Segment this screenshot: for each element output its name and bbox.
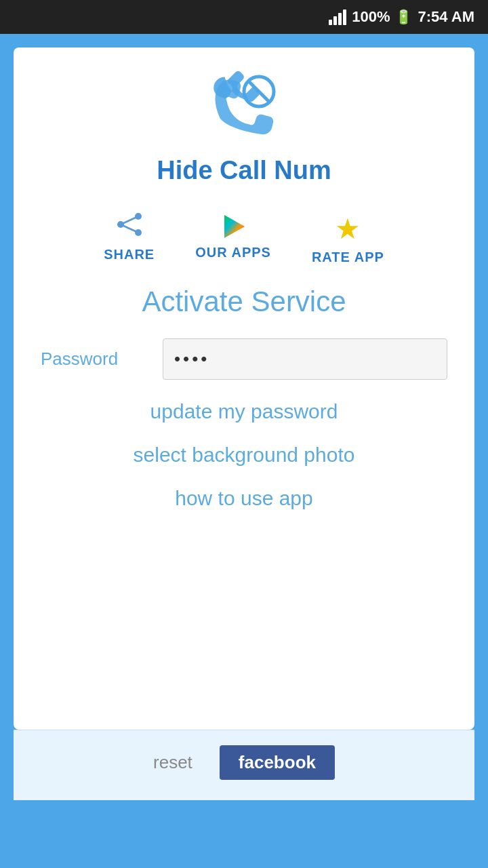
svg-marker-7 [224, 215, 245, 238]
status-bar: 100% 🔋 7:54 AM [0, 0, 488, 34]
app-title: Hide Call Num [157, 156, 331, 185]
battery-icon: 🔋 [395, 9, 412, 25]
section-title: Activate Service [142, 285, 346, 318]
play-store-icon [219, 212, 247, 241]
our-apps-button[interactable]: OUR APPS [195, 212, 271, 265]
update-password-link[interactable]: update my password [150, 400, 338, 423]
main-card: Hide Call Num SHARE [14, 47, 474, 730]
rate-app-label: RATE APP [312, 250, 384, 265]
actions-row: SHARE OUR APPS [104, 212, 384, 265]
password-row: Password [27, 338, 461, 380]
share-label: SHARE [104, 247, 155, 262]
share-button[interactable]: SHARE [104, 212, 155, 265]
battery-level: 100% [352, 8, 390, 26]
rate-app-button[interactable]: ★ RATE APP [312, 212, 384, 265]
svg-line-5 [121, 216, 138, 224]
password-input[interactable] [163, 338, 447, 380]
bottom-spacer [0, 814, 488, 868]
svg-line-6 [121, 224, 138, 233]
app-logo-icon [203, 68, 285, 149]
footer: reset facebook [14, 730, 474, 800]
outer-wrapper: Hide Call Num SHARE [0, 34, 488, 814]
reset-button[interactable]: reset [153, 752, 192, 773]
facebook-button[interactable]: facebook [220, 745, 335, 780]
select-background-link[interactable]: select background photo [134, 443, 355, 467]
star-icon: ★ [335, 212, 361, 245]
clock: 7:54 AM [418, 8, 474, 26]
how-to-use-link[interactable]: how to use app [175, 487, 312, 510]
signal-icon [329, 9, 346, 25]
our-apps-label: OUR APPS [195, 245, 271, 260]
share-icon [115, 212, 144, 243]
logo-area: Hide Call Num [157, 68, 331, 185]
password-label: Password [41, 349, 163, 370]
